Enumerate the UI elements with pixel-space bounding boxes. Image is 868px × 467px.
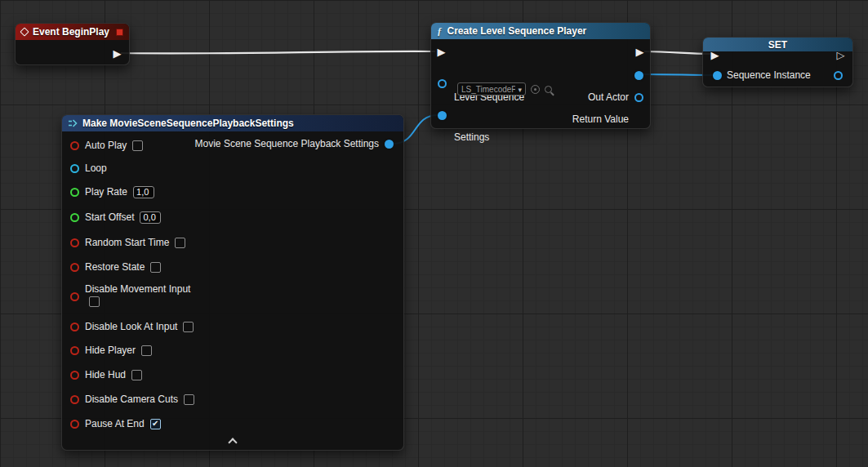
- pin-row: Hide Player: [70, 343, 152, 358]
- collapse-chevron-icon[interactable]: [229, 438, 237, 443]
- exec-out-pin[interactable]: [634, 47, 645, 57]
- checkbox[interactable]: [131, 370, 142, 380]
- set-output-pin[interactable]: [834, 71, 843, 80]
- bool-pin[interactable]: [70, 238, 79, 247]
- pin-row: Loop: [70, 161, 107, 176]
- bool-pin[interactable]: [70, 322, 79, 331]
- pin-label: Out Actor: [588, 91, 629, 103]
- node-title: Make MovieSceneSequencePlaybackSettings: [82, 118, 294, 129]
- checkbox[interactable]: [175, 238, 185, 248]
- bool-pin[interactable]: [70, 263, 79, 272]
- pin-label: Sequence Instance: [727, 69, 811, 81]
- settings-pin[interactable]: [438, 111, 447, 120]
- asset-dropdown-value: LS_TimecodePr: [461, 85, 515, 94]
- use-selected-asset-icon[interactable]: [531, 85, 540, 94]
- output-row: Movie Scene Sequence Playback Settings: [195, 136, 394, 151]
- checkbox[interactable]: [89, 296, 100, 307]
- checkbox[interactable]: [184, 394, 194, 405]
- pin-label: Loop: [85, 162, 107, 174]
- node-header: Make MovieSceneSequencePlaybackSettings: [62, 115, 403, 131]
- float-pin[interactable]: [70, 213, 79, 222]
- pin-label: Return Value: [572, 113, 629, 125]
- pin-label: Restore State: [85, 261, 145, 273]
- pin-label: Hide Hud: [85, 369, 126, 380]
- pin-label: Disable Camera Cuts: [85, 394, 178, 405]
- bool-pin[interactable]: [70, 395, 79, 404]
- node-title: Create Level Sequence Player: [447, 25, 587, 37]
- bool-pin[interactable]: [70, 346, 79, 355]
- float-pin[interactable]: [70, 188, 79, 197]
- pin-row: Pause At End: [70, 416, 161, 431]
- play-rate-input[interactable]: [133, 186, 154, 198]
- node-header: SET: [703, 38, 852, 51]
- sequence-instance-pin[interactable]: [713, 71, 722, 80]
- exec-wire-beginplay-to-create[interactable]: [121, 51, 435, 54]
- checkbox[interactable]: [141, 345, 152, 356]
- pin-label: Disable Movement Input: [85, 283, 190, 295]
- pin-row: Play Rate: [70, 185, 154, 199]
- pin-label: Hide Player: [85, 345, 136, 356]
- pin-label: Random Start Time: [85, 237, 169, 248]
- output-label: Movie Scene Sequence Playback Settings: [195, 138, 379, 149]
- pin-row: Random Start Time: [70, 235, 185, 250]
- node-make-playback-settings[interactable]: Make MovieSceneSequencePlaybackSettings …: [61, 114, 404, 451]
- node-header: ƒ Create Level Sequence Player: [431, 23, 650, 39]
- start-offset-input[interactable]: [140, 211, 161, 224]
- out-actor-pin[interactable]: [634, 71, 643, 80]
- bool-pin[interactable]: [70, 420, 79, 429]
- exec-out-pin[interactable]: [835, 50, 846, 60]
- struct-pin[interactable]: [70, 164, 79, 173]
- pin-label: Play Rate: [85, 186, 127, 198]
- checkbox[interactable]: [183, 322, 194, 332]
- bool-pin[interactable]: [70, 141, 79, 150]
- checkbox[interactable]: [132, 140, 143, 151]
- exec-out-pin[interactable]: [112, 48, 122, 59]
- return-value-pin[interactable]: [634, 93, 643, 102]
- delegate-pin[interactable]: [116, 29, 123, 36]
- playback-settings-out-pin[interactable]: [385, 140, 394, 149]
- browse-asset-icon[interactable]: [545, 86, 552, 93]
- pin-row: Start Offset: [70, 210, 161, 225]
- exec-in-pin[interactable]: [710, 50, 720, 60]
- chevron-down-icon: [518, 85, 522, 94]
- pin-label: Auto Play: [85, 140, 127, 151]
- node-title: SET: [768, 39, 787, 51]
- blueprint-graph-canvas[interactable]: Event BeginPlay ƒ Create Level Sequence …: [0, 0, 868, 467]
- pin-label: Settings: [454, 131, 489, 143]
- function-icon: ƒ: [437, 24, 443, 38]
- checkbox[interactable]: [150, 419, 161, 429]
- pin-row: Restore State: [70, 260, 161, 274]
- pin-label: Start Offset: [85, 211, 134, 223]
- make-struct-icon: [68, 118, 78, 128]
- node-event-beginplay[interactable]: Event BeginPlay: [15, 23, 130, 65]
- checkbox[interactable]: [150, 262, 161, 273]
- asset-dropdown[interactable]: LS_TimecodePr: [457, 82, 526, 96]
- node-set-sequence-instance[interactable]: SET Sequence Instance: [702, 37, 853, 87]
- pin-row: Hide Hud: [70, 367, 142, 382]
- node-create-level-sequence-player[interactable]: ƒ Create Level Sequence Player Level Seq…: [430, 22, 651, 129]
- node-title: Event BeginPlay: [33, 26, 109, 38]
- event-icon: [20, 27, 29, 36]
- pin-label: Pause At End: [85, 418, 145, 429]
- pin-row: Disable Camera Cuts: [70, 392, 194, 407]
- level-sequence-pin[interactable]: [438, 79, 447, 88]
- pin-row: Disable Look At Input: [70, 319, 194, 334]
- bool-pin[interactable]: [70, 371, 79, 380]
- pin-label: Disable Look At Input: [85, 321, 177, 332]
- bool-pin[interactable]: [70, 292, 79, 301]
- exec-in-pin[interactable]: [436, 47, 447, 57]
- node-header: Event BeginPlay: [16, 24, 129, 40]
- pin-row: Auto Play: [70, 138, 143, 153]
- exec-wire-create-to-set[interactable]: [644, 51, 710, 54]
